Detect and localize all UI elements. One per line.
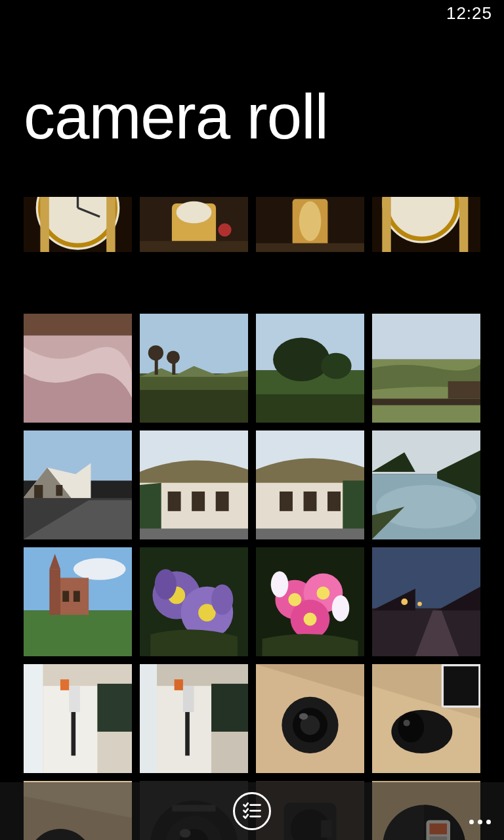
svg-rect-101 xyxy=(183,686,194,712)
svg-rect-64 xyxy=(49,569,60,615)
svg-rect-67 xyxy=(74,591,80,602)
svg-rect-34 xyxy=(256,394,364,423)
svg-rect-53 xyxy=(280,492,293,511)
photo-thumbnail[interactable] xyxy=(372,314,480,423)
svg-rect-19 xyxy=(382,197,390,252)
svg-point-28 xyxy=(167,350,180,364)
svg-rect-47 xyxy=(168,492,181,511)
svg-point-73 xyxy=(155,569,177,599)
photo-thumbnail[interactable] xyxy=(256,430,364,539)
svg-point-81 xyxy=(304,613,317,626)
svg-point-82 xyxy=(271,572,289,598)
svg-rect-111 xyxy=(444,666,478,705)
dot-icon xyxy=(478,820,482,824)
svg-point-74 xyxy=(211,584,233,614)
svg-rect-20 xyxy=(459,197,468,252)
svg-rect-38 xyxy=(448,381,480,399)
svg-rect-63 xyxy=(56,578,89,614)
checklist-icon xyxy=(242,800,262,822)
svg-point-9 xyxy=(177,201,212,224)
svg-point-33 xyxy=(321,353,351,379)
svg-point-89 xyxy=(417,602,422,606)
svg-rect-49 xyxy=(216,492,229,511)
photo-grid xyxy=(24,197,480,840)
svg-point-79 xyxy=(288,593,301,606)
svg-rect-103 xyxy=(175,679,183,690)
photo-thumbnail[interactable] xyxy=(24,314,132,423)
svg-rect-95 xyxy=(72,712,76,755)
svg-point-10 xyxy=(218,223,231,236)
app-bar xyxy=(0,782,504,840)
svg-rect-11 xyxy=(140,241,248,252)
svg-rect-5 xyxy=(40,197,49,252)
photo-thumbnail[interactable] xyxy=(140,664,248,773)
svg-rect-96 xyxy=(60,679,69,690)
svg-rect-29 xyxy=(140,390,248,423)
page-title: camera roll xyxy=(24,85,328,148)
status-time: 12:25 xyxy=(446,3,492,24)
photo-thumbnail[interactable] xyxy=(372,197,480,252)
photo-thumbnail[interactable] xyxy=(256,547,364,656)
svg-rect-15 xyxy=(256,243,364,252)
svg-rect-42 xyxy=(34,485,43,498)
svg-rect-37 xyxy=(372,398,480,405)
photo-thumbnail[interactable] xyxy=(24,664,132,773)
svg-rect-56 xyxy=(256,528,364,539)
svg-rect-98 xyxy=(140,664,157,773)
svg-point-61 xyxy=(74,558,126,580)
photo-thumbnail[interactable] xyxy=(140,547,248,656)
svg-point-88 xyxy=(401,598,408,605)
svg-rect-21 xyxy=(24,314,132,335)
svg-rect-94 xyxy=(69,686,80,712)
svg-rect-35 xyxy=(372,314,480,360)
dot-icon xyxy=(469,820,474,824)
photo-thumbnail[interactable] xyxy=(24,547,132,656)
photo-thumbnail[interactable] xyxy=(24,430,132,539)
svg-rect-50 xyxy=(140,528,248,539)
svg-rect-55 xyxy=(327,492,341,511)
photo-thumbnail[interactable] xyxy=(372,547,480,656)
photo-thumbnail[interactable] xyxy=(24,197,132,252)
svg-point-114 xyxy=(404,720,410,726)
status-bar: 12:25 xyxy=(0,0,504,26)
svg-rect-91 xyxy=(24,664,43,773)
photo-thumbnail[interactable] xyxy=(256,664,364,773)
dot-icon xyxy=(486,820,491,824)
svg-point-59 xyxy=(376,485,476,528)
svg-rect-66 xyxy=(62,591,69,602)
photo-thumbnail[interactable] xyxy=(256,197,364,252)
photo-thumbnail[interactable] xyxy=(372,430,480,539)
photo-thumbnail[interactable] xyxy=(140,197,248,252)
svg-point-14 xyxy=(299,201,322,241)
select-button[interactable] xyxy=(233,792,271,830)
svg-rect-43 xyxy=(56,485,62,496)
svg-point-32 xyxy=(273,338,329,381)
photo-thumbnail[interactable] xyxy=(256,314,364,423)
svg-rect-6 xyxy=(106,197,115,252)
svg-point-26 xyxy=(148,345,163,360)
svg-point-80 xyxy=(316,587,329,600)
svg-point-108 xyxy=(299,713,308,720)
more-button[interactable] xyxy=(469,820,491,824)
svg-point-83 xyxy=(332,595,350,621)
svg-rect-93 xyxy=(97,684,132,732)
photo-thumbnail[interactable] xyxy=(140,314,248,423)
svg-rect-54 xyxy=(304,492,317,511)
svg-rect-62 xyxy=(24,610,132,656)
svg-rect-102 xyxy=(185,712,190,755)
photo-thumbnail[interactable] xyxy=(372,664,480,773)
svg-rect-100 xyxy=(211,684,248,732)
svg-point-113 xyxy=(398,712,424,742)
svg-rect-48 xyxy=(192,492,205,511)
photo-thumbnail[interactable] xyxy=(140,430,248,539)
